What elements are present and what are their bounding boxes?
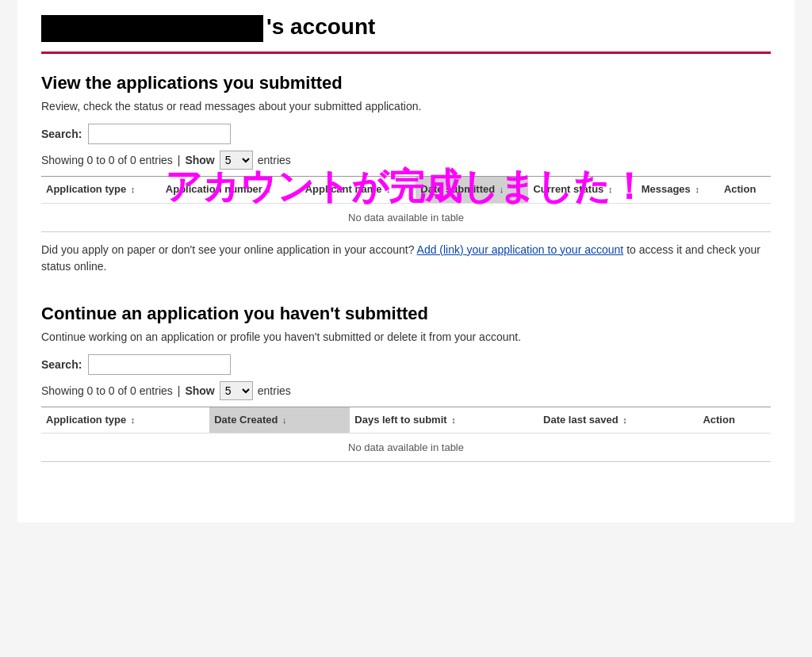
info-text-before: Did you apply on paper or don't see your… xyxy=(41,243,414,256)
header-title-text: 's account xyxy=(266,14,375,39)
sort-icon-current-status: ↕ xyxy=(608,185,613,194)
col2-date-created[interactable]: Date Created ↓ xyxy=(209,407,350,434)
col-application-number[interactable]: Application number ↕ xyxy=(161,176,301,203)
section2-description: Continue working on an application or pr… xyxy=(41,330,771,343)
col-date-submitted[interactable]: Date submitted ↓ xyxy=(416,176,528,203)
col-messages[interactable]: Messages ↕ xyxy=(637,176,719,203)
sort-icon-app-number: ↕ xyxy=(266,185,271,194)
page-header: 's account xyxy=(41,0,771,54)
submitted-applications-section: View the applications you submitted Revi… xyxy=(41,73,771,275)
section1-show-select[interactable]: 5 10 25 50 xyxy=(220,151,253,170)
col-current-status[interactable]: Current status ↕ xyxy=(528,176,636,203)
section1-table-head: Application type ↕ Application number ↕ … xyxy=(41,176,771,203)
col2-action: Action xyxy=(698,407,771,434)
section1-search-row: Search: xyxy=(41,124,771,144)
sort-icon-messages: ↕ xyxy=(695,185,699,194)
section2-search-label: Search: xyxy=(41,358,82,371)
col-applicant-name[interactable]: Applicant name ↕ xyxy=(301,176,416,203)
sort-icon-app-name: ↕ xyxy=(386,185,391,194)
section2-entries-suffix: entries xyxy=(258,384,291,397)
unsubmitted-applications-section: Continue an application you haven't subm… xyxy=(41,304,771,463)
section1-search-input[interactable] xyxy=(88,124,231,144)
section1-table: Application type ↕ Application number ↕ … xyxy=(41,176,771,232)
section1-info-paragraph: Did you apply on paper or don't see your… xyxy=(41,242,771,275)
header-title: 's account xyxy=(41,14,375,42)
sort-icon-date-submitted: ↓ xyxy=(500,185,504,194)
sort-icon-app-type: ↕ xyxy=(131,185,136,194)
section2-table-head: Application type ↕ Date Created ↓ Days l… xyxy=(41,407,771,434)
section1-table-container: Application type ↕ Application number ↕ … xyxy=(41,176,771,232)
sort-icon2-date-last-saved: ↕ xyxy=(622,415,627,425)
sort-icon2-days-left: ↕ xyxy=(451,415,456,425)
col-application-type[interactable]: Application type ↕ xyxy=(41,176,161,203)
section1-entries-suffix: entries xyxy=(258,154,291,166)
section1-title: View the applications you submitted xyxy=(41,73,771,94)
sort-icon2-app-type: ↕ xyxy=(131,415,136,425)
section1-search-label: Search: xyxy=(41,128,82,140)
section1-description: Review, check the status or read message… xyxy=(41,100,771,113)
section1-entries-row: Showing 0 to 0 of 0 entries | Show 5 10 … xyxy=(41,151,771,170)
section2-show-label: Show xyxy=(185,384,214,397)
header-redacted xyxy=(41,15,263,42)
sort-icon2-date-created: ↓ xyxy=(282,415,287,425)
section2-search-input[interactable] xyxy=(88,354,231,375)
col2-application-type[interactable]: Application type ↕ xyxy=(41,407,209,434)
col2-days-left[interactable]: Days left to submit ↕ xyxy=(350,407,538,434)
section2-entries-prefix: Showing 0 to 0 of 0 entries xyxy=(41,384,173,397)
col-action: Action xyxy=(719,176,771,203)
section2-table-body: No data available in table xyxy=(41,434,771,462)
section1-show-label: Show xyxy=(185,154,214,166)
section2-no-data-row: No data available in table xyxy=(41,434,771,462)
section1-entries-prefix: Showing 0 to 0 of 0 entries xyxy=(41,154,173,166)
section1-table-body: No data available in table xyxy=(41,203,771,231)
col2-date-last-saved[interactable]: Date last saved ↕ xyxy=(538,407,698,434)
section2-no-data-cell: No data available in table xyxy=(41,434,771,462)
add-application-link[interactable]: Add (link) your application to your acco… xyxy=(417,243,624,256)
section1-no-data-cell: No data available in table xyxy=(41,203,771,231)
section2-entries-row: Showing 0 to 0 of 0 entries | Show 5 10 … xyxy=(41,381,771,400)
section2-title: Continue an application you haven't subm… xyxy=(41,304,771,324)
section2-table: Application type ↕ Date Created ↓ Days l… xyxy=(41,407,771,463)
section1-no-data-row: No data available in table xyxy=(41,203,771,231)
section2-search-row: Search: xyxy=(41,354,771,375)
section2-show-select[interactable]: 5 10 25 50 xyxy=(220,381,253,400)
